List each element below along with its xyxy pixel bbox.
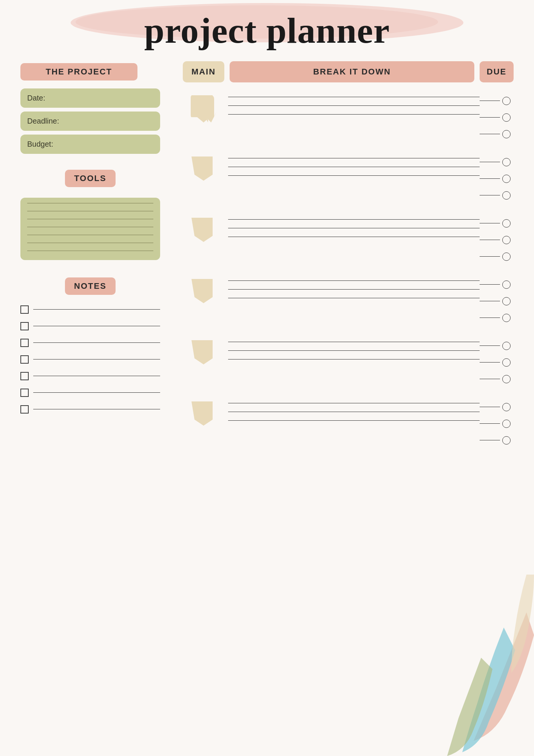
header-the-project: THE PROJECT: [20, 63, 137, 81]
page-title: project planner: [0, 0, 534, 51]
due-circle-2-1: [502, 158, 511, 166]
arrow-5: [183, 336, 224, 368]
note-line-7: [33, 409, 160, 409]
break-line-5-1: [228, 342, 480, 342]
tools-line-1: [27, 203, 153, 203]
break-line-1-2: [228, 105, 480, 106]
due-line-1-3: [480, 134, 500, 134]
left-column: THE PROJECT Date: Deadline: Budget: TOOL…: [20, 61, 160, 456]
tools-line-2: [27, 211, 153, 211]
due-row-4-3: [480, 314, 511, 322]
main-layout: THE PROJECT Date: Deadline: Budget: TOOL…: [0, 51, 534, 471]
notes-item-4: [20, 355, 160, 364]
section-1: [183, 88, 514, 150]
due-line-3-2: [480, 240, 500, 240]
due-line-5-2: [480, 362, 500, 363]
due-row-5-3: [480, 375, 511, 383]
arrow-3: [183, 214, 224, 246]
arrow-1: [183, 91, 224, 127]
break-line-5-3: [228, 359, 480, 359]
budget-box: Budget:: [20, 135, 160, 154]
due-line-5-1: [480, 345, 500, 346]
break-lines-6: [224, 398, 480, 429]
checkbox-7[interactable]: [20, 405, 29, 414]
checkbox-1[interactable]: [20, 305, 29, 314]
note-line-2: [33, 326, 160, 326]
break-line-6-3: [228, 420, 480, 421]
due-circle-4-2: [502, 297, 511, 305]
svg-marker-7: [191, 401, 213, 426]
due-circle-2-2: [502, 175, 511, 183]
break-line-4-1: [228, 280, 480, 281]
due-line-1-2: [480, 117, 500, 118]
due-row-3-3: [480, 253, 511, 261]
note-line-6: [33, 392, 160, 393]
due-row-2-3: [480, 191, 511, 200]
due-circle-2-3: [502, 191, 511, 200]
header-main: MAIN: [183, 61, 224, 82]
due-row-1-3: [480, 130, 511, 138]
checkbox-2[interactable]: [20, 322, 29, 330]
break-line-1-1: [228, 97, 480, 97]
svg-marker-3: [191, 156, 213, 181]
due-row-6-3: [480, 436, 511, 445]
break-line-6-1: [228, 403, 480, 403]
notes-item-1: [20, 305, 160, 314]
due-row-4-1: [480, 280, 511, 289]
note-line-3: [33, 342, 160, 343]
due-line-3-3: [480, 256, 500, 257]
due-circle-3-2: [502, 236, 511, 244]
due-col-3: [480, 214, 514, 269]
notes-item-6: [20, 389, 160, 397]
due-line-1-1: [480, 101, 500, 101]
notes-item-5: [20, 372, 160, 380]
tools-line-3: [27, 219, 153, 219]
deadline-box: Deadline:: [20, 112, 160, 131]
due-circle-4-3: [502, 314, 511, 322]
header-break-it-down: BREAK IT DOWN: [230, 61, 474, 82]
due-line-2-2: [480, 178, 500, 179]
section-2: [183, 150, 514, 211]
due-col-4: [480, 275, 514, 330]
section-3: [183, 211, 514, 272]
due-col-2: [480, 153, 514, 208]
section-6: [183, 395, 514, 456]
due-circle-3-3: [502, 253, 511, 261]
due-row-2-2: [480, 175, 511, 183]
due-line-4-2: [480, 301, 500, 301]
checkbox-5[interactable]: [20, 372, 29, 380]
break-lines-3: [224, 214, 480, 245]
tools-line-7: [27, 251, 153, 251]
due-row-6-1: [480, 403, 511, 411]
due-col-6: [480, 398, 514, 453]
due-col-5: [480, 336, 514, 392]
checkbox-3[interactable]: [20, 339, 29, 347]
due-line-3-1: [480, 223, 500, 223]
break-lines-5: [224, 336, 480, 368]
due-line-2-3: [480, 195, 500, 195]
tools-label: TOOLS: [65, 170, 115, 187]
note-line-1: [33, 309, 160, 310]
due-row-1-1: [480, 97, 511, 105]
tools-line-6: [27, 243, 153, 243]
due-col-1: [480, 91, 514, 147]
arrow-6: [183, 398, 224, 429]
due-circle-6-1: [502, 403, 511, 411]
due-row-4-2: [480, 297, 511, 305]
break-line-5-2: [228, 350, 480, 351]
checkbox-6[interactable]: [20, 389, 29, 397]
notes-item-3: [20, 339, 160, 347]
section-4: [183, 272, 514, 333]
break-lines-1: [224, 91, 480, 123]
due-line-6-2: [480, 423, 500, 424]
break-lines-2: [224, 153, 480, 184]
header-due: DUE: [480, 61, 514, 82]
tools-line-4: [27, 227, 153, 227]
break-line-6-2: [228, 412, 480, 412]
due-circle-5-2: [502, 358, 511, 367]
due-line-2-1: [480, 162, 500, 162]
checkbox-4[interactable]: [20, 355, 29, 364]
break-line-4-3: [228, 298, 480, 298]
due-row-3-2: [480, 236, 511, 244]
due-circle-4-1: [502, 280, 511, 289]
